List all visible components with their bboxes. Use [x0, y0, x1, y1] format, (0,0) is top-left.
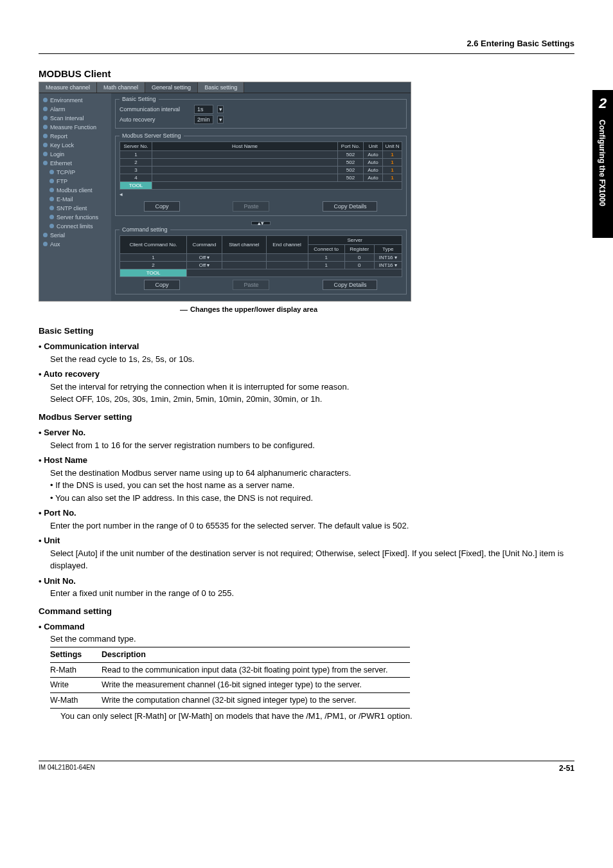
text: Enter a fixed unit number in the range o… [50, 587, 574, 600]
dropdown-icon[interactable]: ▾ [217, 105, 224, 113]
td-setting: W-Math [50, 693, 102, 709]
scroll-left-icon[interactable]: ◂ [120, 191, 123, 197]
nav-login[interactable]: Login [39, 150, 111, 159]
auto-recovery-label: Auto recovery [120, 116, 190, 123]
splitter-caption: Changes the upper/lower display area [180, 305, 574, 313]
nav-alarm[interactable]: Alarm [39, 105, 111, 114]
td-desc: Write the computation channel (32-bit si… [102, 693, 410, 709]
col-unitn: Unit N [383, 142, 402, 151]
nav-ethernet[interactable]: Ethernet [39, 159, 111, 168]
nav-environment[interactable]: Environment [39, 96, 111, 105]
bullet-comm-interval: • Communication interval [39, 340, 574, 353]
command-table: Client Command No. Command Start channel… [120, 235, 402, 277]
bullet-server-no: • Server No. [39, 426, 574, 439]
nav-sidebar: Environment Alarm Scan Interval Measure … [39, 93, 111, 301]
text: Select from 1 to 16 for the server regis… [50, 439, 574, 452]
nav-keylock[interactable]: Key Lock [39, 141, 111, 150]
text: Set the destination Modbus server name u… [50, 467, 574, 480]
heading-server: Modbus Server setting [39, 411, 574, 424]
pane-splitter[interactable]: ▴▾ [115, 220, 407, 226]
copy-button[interactable]: Copy [144, 201, 179, 212]
tool-row: TOOL [120, 269, 402, 277]
nav-email[interactable]: E-Mail [39, 195, 111, 204]
text: Select OFF, 10s, 20s, 30s, 1min, 2min, 5… [50, 393, 574, 406]
table-row: 4502Auto1 [120, 174, 402, 182]
tab-math[interactable]: Math channel [97, 82, 145, 93]
heading-basic: Basic Setting [39, 325, 574, 338]
copy-details-button[interactable]: Copy Details [323, 201, 377, 212]
text: Set the interval for retrying the connec… [50, 381, 574, 393]
nav-modbus-client[interactable]: Modbus client [39, 186, 111, 195]
section-header: 2.6 Entering Basic Settings [39, 39, 574, 48]
th-settings: Settings [50, 647, 102, 662]
server-table: Server No. Host Name Port No. Unit Unit … [120, 141, 402, 190]
paste-button: Paste [233, 201, 269, 212]
page-footer: IM 04L21B01-64EN 2-51 [39, 761, 574, 773]
nav-server-fn[interactable]: Server functions [39, 213, 111, 222]
text: Set the read cycle to 1s, 2s, 5s, or 10s… [50, 353, 574, 366]
body-text: Basic Setting • Communication interval S… [39, 325, 574, 722]
main-panel: Basic Setting Communication interval 1s▾… [111, 93, 411, 301]
copy-button[interactable]: Copy [144, 280, 179, 290]
nav-aux[interactable]: Aux [39, 240, 111, 249]
auto-recovery-value[interactable]: 2min [194, 115, 213, 124]
col-host: Host Name [152, 142, 338, 151]
doc-id: IM 04L21B01-64EN [39, 764, 95, 773]
config-screenshot: Measure channel Math channel General set… [39, 82, 411, 302]
sub-bullet: • You can also set the IP address. In th… [50, 492, 574, 505]
tab-bar: Measure channel Math channel General set… [39, 82, 411, 93]
col-type: Type [374, 245, 402, 254]
basic-setting-group: Basic Setting Communication interval 1s▾… [115, 96, 407, 129]
col-connect: Connect to [308, 245, 344, 254]
dropdown-icon[interactable]: ▾ [217, 116, 224, 123]
col-cmd-no: Client Command No. [120, 236, 187, 254]
table-row: 1502Auto1 [120, 151, 402, 159]
bullet-port: • Port No. [39, 507, 574, 520]
col-command: Command [187, 236, 222, 254]
nav-sntp[interactable]: SNTP client [39, 204, 111, 213]
bullet-auto-recovery: • Auto recovery [39, 368, 574, 381]
nav-measure-fn[interactable]: Measure Function [39, 123, 111, 132]
nav-tcpip[interactable]: TCP/IP [39, 168, 111, 177]
nav-ftp[interactable]: FTP [39, 177, 111, 186]
bullet-host: • Host Name [39, 454, 574, 467]
command-setting-group: Command setting Client Command No. Comma… [115, 226, 407, 294]
td-setting: R-Math [50, 662, 102, 678]
th-desc: Description [102, 647, 410, 662]
comm-interval-label: Communication interval [120, 106, 190, 113]
tab-general[interactable]: General setting [145, 82, 198, 93]
text: Select [Auto] if the unit number of the … [50, 547, 574, 572]
page-number: 2-51 [559, 764, 574, 773]
col-server: Server [308, 236, 402, 245]
col-port: Port No. [338, 142, 364, 151]
text: Set the command type. [50, 633, 574, 646]
comm-interval-value[interactable]: 1s [194, 105, 213, 114]
tab-measure[interactable]: Measure channel [39, 82, 97, 93]
td-desc: Write the measurement channel (16-bit si… [102, 678, 410, 693]
text: Enter the port number in the range of 0 … [50, 520, 574, 532]
paste-button: Paste [233, 280, 269, 290]
server-legend: Modbus Server Setting [120, 132, 184, 139]
tool-row: TOOL [120, 182, 402, 190]
server-setting-group: Modbus Server Setting Server No. Host Na… [115, 132, 407, 216]
col-end: End channel [266, 236, 308, 254]
command-desc-table: SettingsDescription R-MathRead to the co… [50, 647, 410, 709]
col-unit: Unit [364, 142, 383, 151]
tab-basic[interactable]: Basic setting [198, 82, 244, 93]
bullet-unit: • Unit [39, 534, 574, 547]
table-row: 3502Auto1 [120, 167, 402, 174]
bullet-command: • Command [39, 620, 574, 633]
copy-details-button[interactable]: Copy Details [323, 280, 377, 290]
td-setting: Write [50, 678, 102, 693]
nav-serial[interactable]: Serial [39, 231, 111, 240]
nav-connect-limits[interactable]: Connect limits [39, 222, 111, 231]
nav-report[interactable]: Report [39, 132, 111, 141]
table-row: 2Off ▾10INT16 ▾ [120, 262, 402, 269]
heading-cmd: Command setting [39, 605, 574, 618]
td-desc: Read to the communication input data (32… [102, 662, 410, 678]
nav-scan[interactable]: Scan Interval [39, 114, 111, 123]
page-title: MODBUS Client [39, 68, 574, 79]
col-register: Register [344, 245, 374, 254]
col-server-no: Server No. [120, 142, 152, 151]
sub-bullet: • If the DNS is used, you can set the ho… [50, 479, 574, 492]
